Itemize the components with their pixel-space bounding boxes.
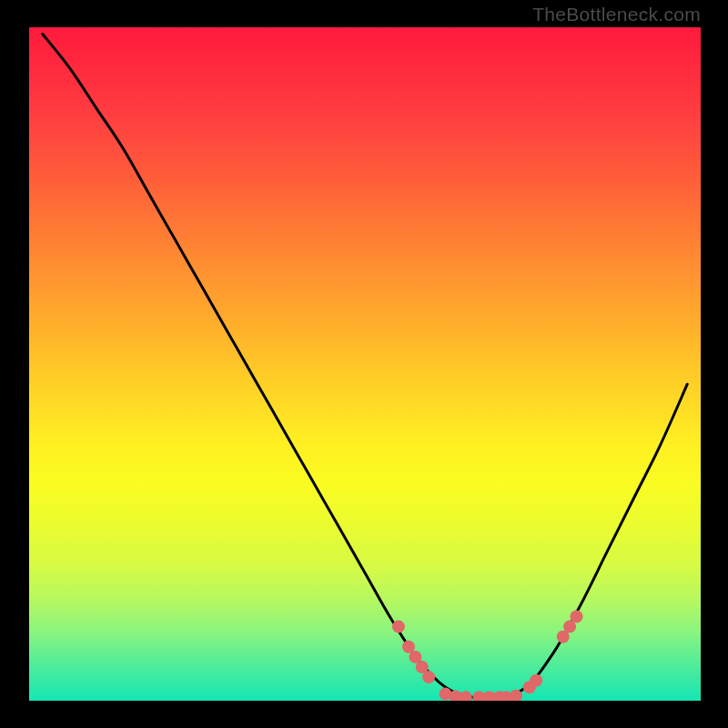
data-marker — [530, 674, 542, 687]
data-marker — [422, 671, 435, 683]
data-marker — [570, 611, 582, 623]
data-marker — [460, 691, 472, 701]
plot-area — [29, 27, 701, 701]
data-marker — [392, 621, 405, 633]
chart-outer: TheBottleneck.com — [0, 0, 728, 728]
bottleneck-curve — [43, 34, 687, 698]
chart-svg — [29, 27, 701, 701]
watermark-text: TheBottleneck.com — [532, 4, 701, 25]
